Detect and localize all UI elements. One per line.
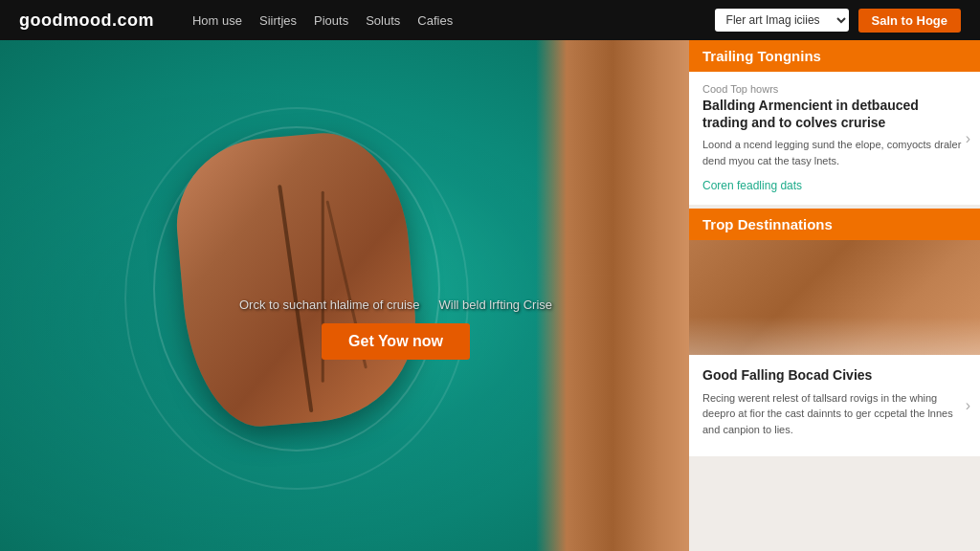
card1-desc: Loond a ncend legging sund the elope, co…	[702, 137, 967, 168]
chevron-right-icon: ›	[966, 130, 970, 147]
card-trailing: Trailing Tongnins Cood Top howrs Balldin…	[689, 40, 980, 205]
sidebar: Trailing Tongnins Cood Top howrs Balldin…	[689, 40, 980, 551]
nav-home[interactable]: Hom use	[192, 13, 242, 28]
search-dropdown[interactable]: Fler art Imag iciies	[715, 9, 849, 32]
card2-desc: Recing werent relest of tallsard rovigs …	[702, 390, 967, 438]
card2-image	[689, 240, 980, 355]
nav-cafies[interactable]: Cafies	[417, 13, 453, 28]
nav-siirtjes[interactable]: Siirtjes	[259, 13, 297, 28]
hero-text-block: Orck to suchant hlalime of cruise Will b…	[239, 298, 552, 360]
hero-background	[0, 40, 689, 551]
nav-piouts[interactable]: Piouts	[314, 13, 348, 28]
card1-link[interactable]: Coren feadling dats	[702, 179, 802, 192]
card1-label: Cood Top howrs	[702, 83, 967, 95]
nav: Hom use Siirtjes Piouts Soluts Cafies	[192, 13, 715, 28]
nav-soluts[interactable]: Soluts	[366, 13, 400, 28]
hero-section: Orck to suchant hlalime of cruise Will b…	[0, 40, 689, 551]
hero-subtitle-left: Orck to suchant hlalime of cruise	[239, 298, 420, 312]
cta-button[interactable]: Get Yow now	[322, 323, 470, 360]
card1-header: Trailing Tongnins	[689, 40, 980, 72]
island-visual	[134, 98, 459, 461]
hero-subtitle-right: Will beld lrfting Crise	[439, 298, 552, 312]
card1-body: Cood Top howrs Ballding Armencient in de…	[689, 72, 980, 205]
card1-title: Ballding Armencient in detbauced trading…	[702, 97, 967, 131]
card2-header: Trop Destinnations	[689, 209, 980, 240]
card-destinations: Trop Destinnations Good Falling Bocad Ci…	[689, 209, 980, 456]
chevron-right-icon-2: ›	[966, 397, 970, 414]
card2-title: Good Falling Bocad Civies	[702, 366, 967, 384]
cliff-right	[536, 40, 689, 551]
logo: goodmood.com	[19, 11, 154, 31]
card2-body: Good Falling Bocad Civies Recing werent …	[689, 355, 980, 456]
header: goodmood.com Hom use Siirtjes Piouts Sol…	[0, 0, 980, 40]
signin-button[interactable]: Saln to Hoge	[858, 9, 961, 33]
hero-subtitle: Orck to suchant hlalime of cruise Will b…	[239, 298, 552, 312]
island-body	[169, 126, 423, 432]
